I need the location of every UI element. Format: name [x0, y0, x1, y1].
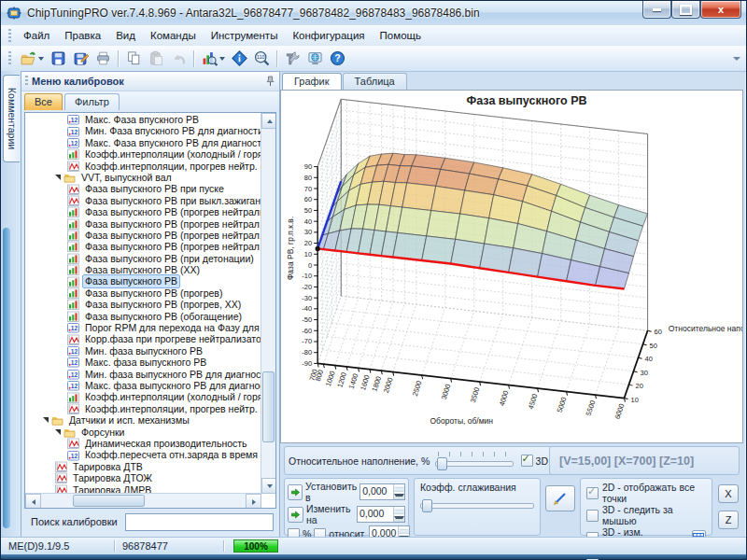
- undo-icon: [171, 50, 187, 66]
- change-value-spinner[interactable]: 0,000: [357, 506, 405, 523]
- set-value-spinner[interactable]: 0,000: [359, 483, 405, 500]
- maximize-button[interactable]: [671, 1, 700, 19]
- chart-search-icon: [202, 50, 218, 66]
- apply-change-button[interactable]: [288, 507, 303, 523]
- scroll-down-button[interactable]: [261, 478, 276, 494]
- svg-text:-60: -60: [302, 327, 312, 335]
- toolbar-overflow-icon[interactable]: [733, 57, 740, 61]
- svg-text:12: 12: [71, 371, 78, 378]
- comments-tab[interactable]: Комментарии: [3, 75, 20, 162]
- svg-text:40: 40: [645, 355, 653, 363]
- arrow-right-icon: [252, 499, 256, 505]
- curve-icon: [67, 161, 79, 172]
- tree-horizontal-scrollbar[interactable]: [25, 493, 261, 508]
- svg-text:-50: -50: [302, 315, 312, 324]
- folder-icon: [63, 427, 76, 438]
- checkbox-3d[interactable]: [521, 455, 533, 467]
- green-arrow-icon: [290, 510, 301, 520]
- toolbar-zoom-percent-button[interactable]: 110: [250, 48, 273, 69]
- load-slider[interactable]: [435, 452, 513, 469]
- toolbar-network-globe-button[interactable]: [303, 48, 326, 69]
- menu-item[interactable]: Правка: [57, 28, 108, 43]
- map-icon: [67, 241, 79, 252]
- pin-icon[interactable]: [265, 76, 275, 87]
- toolbar-save-as-button[interactable]: [69, 48, 92, 69]
- tools-icon: [285, 50, 301, 66]
- tree-vertical-scrollbar[interactable]: [261, 113, 275, 494]
- toolbar-undo-button[interactable]: [167, 48, 190, 69]
- close-icon: x: [718, 4, 724, 15]
- arrow-up-icon: [267, 119, 273, 123]
- apply-set-button[interactable]: [288, 484, 303, 500]
- scroll-left-button[interactable]: [25, 494, 41, 509]
- svg-text:-70: -70: [302, 338, 312, 346]
- vertical-scroll-thumb[interactable]: [262, 371, 275, 441]
- tree-item[interactable]: Датчики и исп. механизмы: [25, 414, 261, 426]
- z-axis-button[interactable]: Z: [718, 511, 739, 529]
- toolbar-print-button[interactable]: [92, 48, 114, 69]
- toolbar-open-file-button[interactable]: [17, 48, 39, 69]
- menu-item[interactable]: Файл: [16, 28, 57, 43]
- tab-График[interactable]: График: [282, 73, 342, 90]
- option-checkbox[interactable]: [586, 510, 599, 522]
- toolbar-info-diamond-button[interactable]: [228, 48, 250, 69]
- tab-Фильтр[interactable]: Фильтр: [64, 93, 120, 110]
- svg-text:12: 12: [71, 348, 78, 355]
- option-checkbox[interactable]: [586, 487, 599, 499]
- slider-thumb[interactable]: [437, 457, 447, 470]
- tab-Таблица[interactable]: Таблица: [343, 73, 407, 90]
- network-globe-icon: [307, 50, 323, 66]
- svg-text:20: 20: [304, 239, 312, 247]
- smoothing-slider[interactable]: [420, 498, 534, 511]
- panel-grip: [25, 76, 28, 87]
- scroll-up-button[interactable]: [261, 113, 276, 129]
- svg-text:-80: -80: [302, 348, 312, 357]
- svg-text:3000: 3000: [440, 383, 453, 400]
- save-as-icon: [73, 50, 89, 66]
- menu-item[interactable]: Команды: [143, 28, 204, 43]
- svg-text:2000: 2000: [382, 376, 395, 394]
- menu-item[interactable]: Помощь: [373, 28, 429, 43]
- scroll-right-button[interactable]: [246, 494, 261, 509]
- value-edit-group: Установить в 0,000 Изменить на 0,000: [284, 478, 409, 536]
- expand-arrow-icon[interactable]: [55, 175, 61, 180]
- app-window: ChipTuningPRO ver.7.4.8.969 - Antara32L_…: [0, 0, 747, 560]
- x-axis-button[interactable]: X: [718, 484, 739, 503]
- app-icon: [7, 6, 21, 21]
- title-bar[interactable]: ChipTuningPRO ver.7.4.8.969 - Antara32L_…: [1, 1, 746, 26]
- toolbar-paste-button[interactable]: [145, 48, 167, 69]
- menu-grip: [8, 29, 11, 42]
- calibration-panel: Меню калибровок ВсеФильтр 12Макс. Фаза в…: [21, 71, 280, 538]
- minimize-button[interactable]: [642, 1, 671, 19]
- surface-chart[interactable]: -90-80-70-60-50-40-30-20-100102030405060…: [280, 90, 743, 443]
- svg-text:5500: 5500: [585, 399, 598, 417]
- toolbar-save-button[interactable]: [47, 48, 69, 69]
- expand-arrow-icon[interactable]: [43, 417, 49, 423]
- map-icon: [67, 287, 79, 299]
- toolbar-chart-search-button[interactable]: [198, 48, 220, 69]
- slider-thumb[interactable]: [422, 499, 432, 512]
- slider-track[interactable]: [420, 503, 534, 509]
- edit-line-button[interactable]: [545, 485, 575, 511]
- map-icon: [67, 230, 79, 241]
- curve-icon: [67, 184, 79, 195]
- toolbar-help-button[interactable]: ?: [326, 48, 348, 69]
- horizontal-scroll-thumb[interactable]: [73, 495, 146, 507]
- dropdown-caret-icon[interactable]: [38, 57, 44, 61]
- set-label: Установить в: [305, 481, 357, 503]
- svg-text:12: 12: [71, 325, 78, 331]
- toolbar-tools-button[interactable]: [281, 48, 303, 69]
- toolbar-copy-button[interactable]: [122, 48, 145, 69]
- green-arrow-icon: [290, 487, 301, 497]
- menu-item[interactable]: Вид: [108, 28, 143, 43]
- close-button[interactable]: x: [700, 1, 741, 19]
- menu-item[interactable]: Конфигурация: [285, 28, 372, 43]
- tab-Все[interactable]: Все: [24, 93, 63, 110]
- spinner-arrows[interactable]: [393, 507, 404, 522]
- search-input[interactable]: [125, 513, 274, 531]
- spinner-arrows[interactable]: [393, 484, 404, 499]
- dropdown-caret-icon[interactable]: [219, 57, 225, 61]
- expand-arrow-icon[interactable]: [55, 429, 61, 435]
- menu-item[interactable]: Инструменты: [204, 28, 286, 43]
- display-options-group: 2D - отображать все точки3D - следить за…: [580, 478, 712, 536]
